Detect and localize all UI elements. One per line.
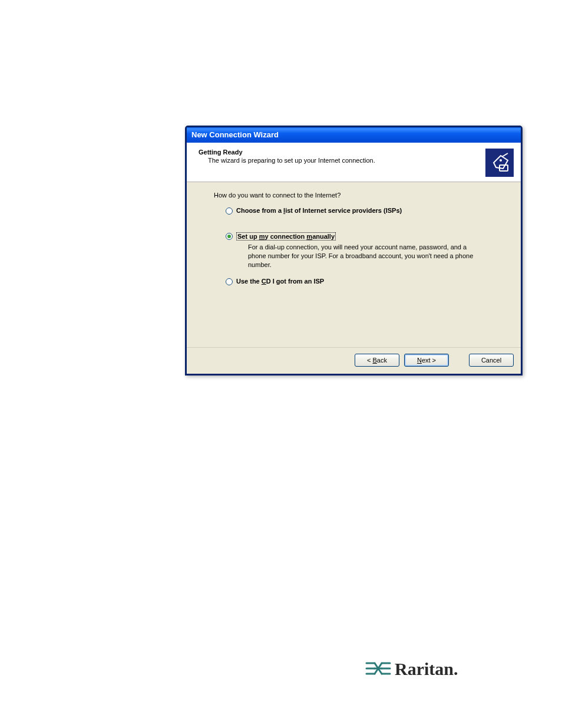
raritan-logo: Raritan. xyxy=(365,659,458,679)
option-label: Set up my connection manually xyxy=(236,232,336,241)
dialog-title: New Connection Wizard xyxy=(191,130,279,139)
header-subtitle: The wizard is preparing to set up your I… xyxy=(208,157,485,164)
next-button[interactable]: Next > xyxy=(404,354,449,367)
cancel-button[interactable]: Cancel xyxy=(469,354,514,367)
option-setup-manually[interactable]: Set up my connection manually xyxy=(226,232,497,241)
option-label: Use the CD I got from an ISP xyxy=(236,278,324,285)
radio-icon xyxy=(226,278,233,285)
modem-icon xyxy=(485,149,514,177)
back-button[interactable]: < Back xyxy=(355,354,399,367)
option-label: Choose from a list of Internet service p… xyxy=(236,207,402,214)
dialog-titlebar[interactable]: New Connection Wizard xyxy=(187,127,521,143)
dialog-button-bar: < Back Next > Cancel xyxy=(187,347,521,374)
option-choose-list[interactable]: Choose from a list of Internet service p… xyxy=(226,207,497,215)
header-text-block: Getting Ready The wizard is preparing to… xyxy=(199,149,485,164)
svg-rect-0 xyxy=(485,149,514,177)
option-description: For a dial-up connection, you will need … xyxy=(248,243,497,269)
radio-group: Choose from a list of Internet service p… xyxy=(226,207,497,285)
dialog-header-panel: Getting Ready The wizard is preparing to… xyxy=(187,143,521,182)
radio-icon xyxy=(226,207,233,215)
question-text: How do you want to connect to the Intern… xyxy=(214,192,497,199)
raritan-logo-text: Raritan. xyxy=(395,659,458,679)
svg-point-3 xyxy=(500,159,502,162)
raritan-logo-icon xyxy=(365,660,391,678)
option-use-cd[interactable]: Use the CD I got from an ISP xyxy=(226,278,497,285)
header-title: Getting Ready xyxy=(199,149,485,156)
radio-icon xyxy=(226,233,233,240)
new-connection-wizard-dialog: New Connection Wizard Getting Ready The … xyxy=(185,126,523,375)
dialog-content: How do you want to connect to the Intern… xyxy=(187,182,521,347)
